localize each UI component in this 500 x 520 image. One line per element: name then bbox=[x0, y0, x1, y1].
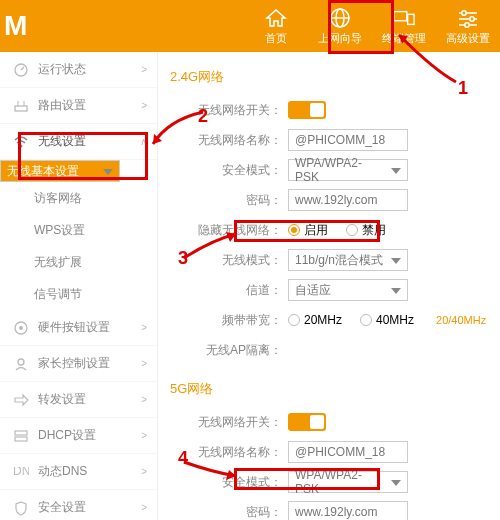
radio-off-icon bbox=[288, 314, 300, 326]
svg-point-16 bbox=[20, 144, 23, 147]
section-5g-title: 5G网络 bbox=[170, 380, 490, 398]
sidebar: 运行状态> 路由设置> 无线设置∧ 无线基本设置 访客网络 WPS设置 无线扩展… bbox=[0, 52, 158, 520]
svg-point-8 bbox=[470, 16, 474, 20]
forward-icon bbox=[12, 391, 30, 409]
home-icon bbox=[265, 7, 287, 29]
shield-icon bbox=[12, 499, 30, 517]
security-24g-select[interactable]: WPA/WPA2-PSK bbox=[288, 159, 408, 181]
sidebar-item-forward[interactable]: 转发设置> bbox=[0, 382, 157, 418]
radio-off-icon bbox=[360, 314, 372, 326]
radio-off-icon bbox=[346, 224, 358, 236]
sidebar-sub-extend[interactable]: 无线扩展 bbox=[0, 246, 157, 278]
sliders-icon bbox=[457, 7, 479, 29]
svg-rect-21 bbox=[15, 437, 27, 441]
sidebar-sub-signal[interactable]: 信号调节 bbox=[0, 278, 157, 310]
pwd-24g-input[interactable] bbox=[288, 189, 408, 211]
router-icon bbox=[12, 97, 30, 115]
gauge-icon bbox=[12, 61, 30, 79]
annotation-number-1: 1 bbox=[458, 78, 468, 99]
svg-rect-13 bbox=[15, 106, 27, 111]
ssid-5g-input[interactable] bbox=[288, 441, 408, 463]
pwd-5g-input[interactable] bbox=[288, 501, 408, 520]
sidebar-sub-guest[interactable]: 访客网络 bbox=[0, 182, 157, 214]
switch-24g[interactable] bbox=[288, 101, 326, 119]
hide-24g-enable[interactable]: 启用 bbox=[288, 222, 328, 239]
sidebar-item-ddns[interactable]: DNS动态DNS> bbox=[0, 454, 157, 490]
security-5g-select[interactable]: WPA/WPA2-PSK bbox=[288, 471, 408, 493]
radio-on-icon bbox=[288, 224, 300, 236]
sidebar-item-hardware[interactable]: 硬件按钮设置> bbox=[0, 310, 157, 346]
sidebar-item-wireless[interactable]: 无线设置∧ bbox=[0, 124, 157, 160]
sidebar-item-parental[interactable]: 家长控制设置> bbox=[0, 346, 157, 382]
sidebar-item-router[interactable]: 路由设置> bbox=[0, 88, 157, 124]
svg-rect-3 bbox=[394, 11, 407, 20]
content: 2.4G网络 无线网络开关： 无线网络名称： 安全模式：WPA/WPA2-PSK… bbox=[158, 52, 500, 520]
logo: M bbox=[0, 0, 60, 52]
svg-rect-4 bbox=[408, 14, 414, 24]
annotation-number-4: 4 bbox=[178, 448, 188, 469]
sidebar-sub-basic[interactable]: 无线基本设置 bbox=[0, 160, 120, 182]
svg-point-10 bbox=[465, 22, 469, 26]
sidebar-item-dhcp[interactable]: DHCP设置> bbox=[0, 418, 157, 454]
nav-home[interactable]: 首页 bbox=[244, 0, 308, 52]
svg-rect-20 bbox=[15, 431, 27, 435]
arrow-4 bbox=[182, 458, 242, 482]
svg-point-18 bbox=[19, 326, 23, 330]
svg-point-19 bbox=[18, 359, 24, 365]
dns-icon: DNS bbox=[12, 463, 30, 481]
bw-20mhz[interactable]: 20MHz bbox=[288, 313, 342, 327]
nav-wizard[interactable]: 上网向导 bbox=[308, 0, 372, 52]
sidebar-item-status[interactable]: 运行状态> bbox=[0, 52, 157, 88]
channel-24g-select[interactable]: 自适应 bbox=[288, 279, 408, 301]
annotation-number-3: 3 bbox=[178, 248, 188, 269]
mode-24g-select[interactable]: 11b/g/n混合模式 bbox=[288, 249, 408, 271]
svg-line-12 bbox=[21, 67, 24, 70]
svg-text:DNS: DNS bbox=[13, 467, 29, 477]
switch-5g[interactable] bbox=[288, 413, 326, 431]
hide-24g-disable[interactable]: 禁用 bbox=[346, 222, 386, 239]
annotation-number-2: 2 bbox=[198, 106, 208, 127]
arrow-1 bbox=[394, 30, 464, 90]
button-icon bbox=[12, 319, 30, 337]
dhcp-icon bbox=[12, 427, 30, 445]
sidebar-sub-wps[interactable]: WPS设置 bbox=[0, 214, 157, 246]
user-icon bbox=[12, 355, 30, 373]
devices-icon bbox=[393, 7, 415, 29]
arrow-3 bbox=[182, 230, 242, 260]
ssid-24g-input[interactable] bbox=[288, 129, 408, 151]
globe-icon bbox=[329, 7, 351, 29]
svg-point-6 bbox=[462, 10, 466, 14]
main: 运行状态> 路由设置> 无线设置∧ 无线基本设置 访客网络 WPS设置 无线扩展… bbox=[0, 52, 500, 520]
sidebar-item-security[interactable]: 安全设置> bbox=[0, 490, 157, 520]
wifi-icon bbox=[12, 133, 30, 151]
bw-40mhz[interactable]: 40MHz bbox=[360, 313, 414, 327]
